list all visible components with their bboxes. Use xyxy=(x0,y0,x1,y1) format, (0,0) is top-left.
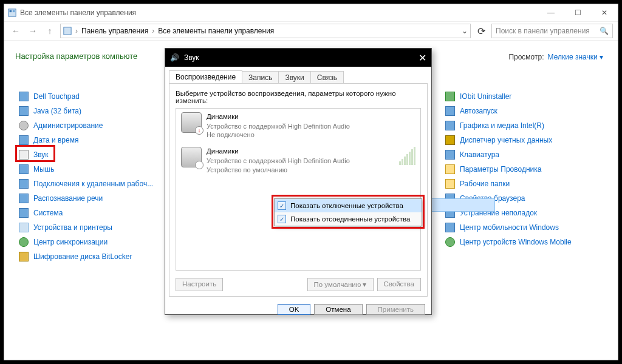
forward-button[interactable]: → xyxy=(26,24,39,38)
cp-item-windows-mobile[interactable]: Центр устройств Windows Mobile xyxy=(445,235,603,249)
window-title: Все элементы панели управления xyxy=(20,8,136,17)
svg-rect-1 xyxy=(10,10,12,13)
cp-item-remote-desktop[interactable]: Подключения к удаленным рабоч... xyxy=(19,177,165,191)
breadcrumb-seg-1[interactable]: Панель управления xyxy=(81,27,148,35)
apply-button[interactable]: Применить xyxy=(366,304,425,315)
key-icon xyxy=(445,135,455,145)
lock-icon xyxy=(19,252,29,261)
tab-playback[interactable]: Воспроизведение xyxy=(169,70,242,83)
speaker-icon: 🔊 xyxy=(170,53,179,62)
device-status: Устройство по умолчанию xyxy=(207,166,350,175)
view-selector: Просмотр: Мелкие значки ▾ xyxy=(508,53,603,61)
cp-item-autoplay[interactable]: Автозапуск xyxy=(445,104,603,118)
view-dropdown[interactable]: Мелкие значки ▾ xyxy=(548,53,603,61)
sound-dialog-titlebar: 🔊 Звук ✕ xyxy=(165,49,431,67)
cancel-button[interactable]: Отмена xyxy=(314,304,362,315)
search-placeholder: Поиск в панели управления xyxy=(496,27,590,35)
refresh-button[interactable]: ⟳ xyxy=(474,25,488,37)
address-bar[interactable]: › Панель управления › Все элементы панел… xyxy=(60,24,471,38)
speaker-device-icon: ✓ xyxy=(181,147,202,167)
address-bar-row: ← → ↑ › Панель управления › Все элементы… xyxy=(4,21,618,41)
close-button[interactable]: ✕ xyxy=(591,4,618,21)
device-text: Динамики Устройство с поддержкой High De… xyxy=(207,112,350,140)
tab-communications[interactable]: Связь xyxy=(310,71,344,84)
items-column-right: IObit Uninstaller Автозапуск Графика и м… xyxy=(445,89,603,249)
control-panel-window: Все элементы панели управления — ☐ ✕ ← →… xyxy=(4,4,618,360)
set-default-button[interactable]: По умолчанию ▾ xyxy=(307,278,374,291)
touchpad-icon xyxy=(19,92,29,101)
view-label: Просмотр: xyxy=(508,53,544,61)
tab-sounds[interactable]: Звуки xyxy=(278,71,310,84)
intel-icon xyxy=(445,121,455,130)
address-dropdown-icon[interactable]: ⌄ xyxy=(462,27,468,35)
cp-item-keyboard[interactable]: Клавиатура xyxy=(445,147,603,162)
cp-item-admin-tools[interactable]: Администрирование xyxy=(19,118,165,133)
cp-item-iobit[interactable]: IObit Uninstaller xyxy=(445,89,603,104)
annotation-highlight-context-menu xyxy=(272,195,425,229)
printer-icon xyxy=(19,223,29,232)
breadcrumb-seg-2[interactable]: Все элементы панели управления xyxy=(158,27,274,35)
device-status: Не подключено xyxy=(207,130,350,140)
cp-item-work-folders[interactable]: Рабочие папки xyxy=(445,177,603,191)
iobit-icon xyxy=(445,92,455,101)
cp-item-mobility-center[interactable]: Центр мобильности Windows xyxy=(445,220,603,235)
cp-item-speech[interactable]: Распознавание речи xyxy=(19,191,165,206)
mobile-icon xyxy=(445,237,455,247)
cp-item-sync-center[interactable]: Центр синхронизации xyxy=(19,235,165,249)
folder-icon xyxy=(445,164,455,174)
remote-icon xyxy=(19,179,29,189)
configure-button[interactable]: Настроить xyxy=(176,278,223,291)
window-controls: — ☐ ✕ xyxy=(538,4,618,21)
mouse-icon xyxy=(19,164,29,174)
arrow-down-overlay-icon: ↓ xyxy=(195,126,203,135)
device-row-default[interactable]: ✓ Динамики Устройство с поддержкой High … xyxy=(176,143,420,178)
close-icon[interactable]: ✕ xyxy=(419,52,426,64)
device-text: Динамики Устройство с поддержкой High De… xyxy=(207,147,350,174)
annotation-highlight-sound xyxy=(15,145,55,162)
mic-icon xyxy=(19,194,29,203)
pane-instruction: Выберите устройство воспроизведения, пар… xyxy=(176,90,421,104)
device-driver: Устройство с поддержкой High Definition … xyxy=(207,157,350,166)
cp-item-system[interactable]: Система xyxy=(19,206,165,220)
dialog-button-row: OK Отмена Применить xyxy=(165,300,431,318)
speaker-device-icon: ↓ xyxy=(181,112,202,133)
checkmark-overlay-icon: ✓ xyxy=(195,161,203,169)
gear-icon xyxy=(19,121,29,130)
control-panel-icon xyxy=(63,27,72,35)
keyboard-icon xyxy=(445,150,455,160)
folder-icon xyxy=(445,179,455,189)
cp-item-devices-printers[interactable]: Устройства и принтеры xyxy=(19,220,165,235)
context-menu-overflow-highlight xyxy=(422,198,495,212)
ok-button[interactable]: OK xyxy=(278,304,311,315)
cp-item-intel-graphics[interactable]: Графика и медиа Intel(R) xyxy=(445,118,603,133)
properties-button[interactable]: Свойства xyxy=(377,278,422,291)
search-input[interactable]: Поиск в панели управления 🔍 xyxy=(491,24,613,38)
cp-item-java[interactable]: Java (32 бита) xyxy=(19,104,165,118)
device-name: Динамики xyxy=(207,112,350,122)
device-row-disconnected[interactable]: ↓ Динамики Устройство с поддержкой High … xyxy=(176,109,420,143)
tab-recording[interactable]: Запись xyxy=(242,71,279,84)
cp-item-dell-touchpad[interactable]: Dell Touchpad xyxy=(19,89,165,104)
mobility-icon xyxy=(445,223,455,232)
sync-icon xyxy=(19,237,29,247)
maximize-button[interactable]: ☐ xyxy=(564,4,591,21)
playback-pane: Выберите устройство воспроизведения, пар… xyxy=(169,83,428,297)
sound-dialog: 🔊 Звук ✕ Воспроизведение Запись Звуки Св… xyxy=(165,48,432,315)
device-name: Динамики xyxy=(207,147,350,157)
minimize-button[interactable]: — xyxy=(538,4,564,21)
java-icon xyxy=(19,106,29,116)
clock-icon xyxy=(19,135,29,145)
chevron-right-icon: › xyxy=(152,27,154,35)
autoplay-icon xyxy=(445,106,455,116)
up-button[interactable]: ↑ xyxy=(43,24,56,38)
cp-item-mouse[interactable]: Мышь xyxy=(19,162,165,177)
titlebar: Все элементы панели управления — ☐ ✕ xyxy=(4,4,618,21)
search-icon: 🔍 xyxy=(600,27,609,35)
cp-item-explorer-options[interactable]: Параметры Проводника xyxy=(445,162,603,177)
cp-item-bitlocker[interactable]: Шифрование диска BitLocker xyxy=(19,249,165,264)
sound-tabs: Воспроизведение Запись Звуки Связь xyxy=(165,67,431,83)
back-button[interactable]: ← xyxy=(9,24,22,38)
cp-item-credential-manager[interactable]: Диспетчер учетных данных xyxy=(445,133,603,147)
level-meter xyxy=(399,147,415,165)
device-list[interactable]: ↓ Динамики Устройство с поддержкой High … xyxy=(176,108,421,271)
